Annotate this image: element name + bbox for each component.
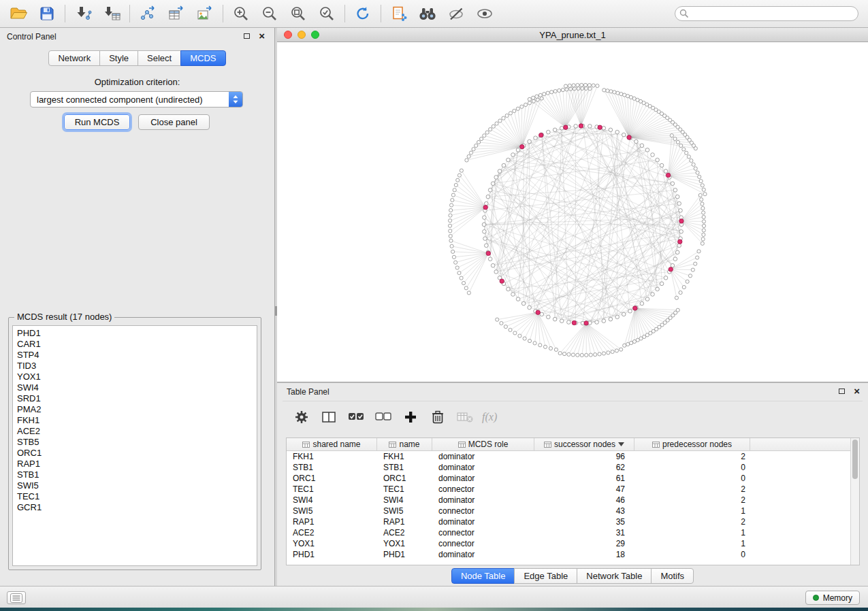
deselect-all-button[interactable] — [370, 405, 397, 429]
mcds-result-item[interactable]: STB5 — [13, 437, 257, 448]
zoom-in-button[interactable] — [227, 2, 255, 25]
function-builder-button[interactable]: f(x) — [479, 405, 506, 429]
mcds-result-item[interactable]: STP4 — [13, 350, 257, 361]
status-bar: Memory — [0, 586, 868, 608]
table-cell: dominator — [432, 549, 534, 560]
export-network-button[interactable] — [133, 2, 162, 25]
export-network-icon — [139, 5, 157, 22]
mcds-result-item[interactable]: PHD1 — [13, 328, 257, 339]
mcds-result-item[interactable]: SRD1 — [13, 393, 257, 404]
close-panel-button[interactable]: Close panel — [138, 114, 210, 130]
column-label: shared name — [312, 440, 360, 449]
mcds-result-item[interactable]: FKH1 — [13, 415, 257, 426]
table-cell: PHD1 — [287, 549, 377, 560]
table-cell: 1 — [634, 506, 750, 516]
mcds-result-item[interactable]: TID3 — [13, 361, 257, 371]
delete-column-button[interactable] — [424, 405, 451, 429]
table-cell: dominator — [432, 473, 534, 484]
export-image-button[interactable] — [191, 2, 219, 25]
table-row[interactable]: ORC1ORC1dominator610 — [287, 473, 859, 484]
mcds-result-item[interactable]: STB1 — [13, 469, 257, 480]
toolbar-separator — [223, 5, 223, 22]
control-panel-header: Control Panel × — [0, 28, 274, 44]
hide-graphics-button[interactable] — [442, 2, 470, 25]
table-row[interactable]: FKH1FKH1dominator962 — [287, 451, 859, 462]
network-canvas[interactable] — [277, 42, 868, 382]
delete-table-button[interactable] — [451, 405, 479, 429]
export-table-button[interactable] — [162, 2, 191, 25]
zoom-selected-button[interactable] — [312, 2, 341, 25]
optimization-criterion-select[interactable]: largest connected component (undirected) — [30, 91, 243, 108]
table-row[interactable]: SWI4SWI4dominator462 — [287, 495, 859, 506]
trash-icon — [431, 410, 445, 425]
tab-select[interactable]: Select — [138, 50, 181, 66]
table-cell: YOX1 — [377, 538, 432, 549]
table-cell: 62 — [534, 462, 634, 473]
table-cell: YOX1 — [287, 538, 377, 549]
import-table-button[interactable] — [97, 2, 126, 25]
float-panel-icon[interactable] — [244, 33, 250, 39]
table-scrollbar[interactable] — [850, 438, 859, 565]
float-table-panel-icon[interactable] — [839, 389, 845, 394]
tab-style[interactable]: Style — [99, 50, 138, 66]
table-cell: SWI5 — [377, 506, 432, 516]
mcds-result-item[interactable]: ORC1 — [13, 448, 257, 459]
network-window-titlebar: YPA_prune.txt_1 — [277, 28, 868, 42]
tab-motifs[interactable]: Motifs — [651, 568, 694, 584]
close-panel-icon[interactable]: × — [259, 30, 265, 42]
table-cell: 43 — [534, 506, 634, 516]
mcds-result-item[interactable]: CAR1 — [13, 339, 257, 350]
share-document-button[interactable] — [385, 2, 413, 25]
binoculars-button[interactable] — [413, 2, 442, 25]
save-button[interactable] — [33, 2, 61, 25]
table-row[interactable]: ACE2ACE2connector311 — [287, 527, 859, 538]
show-graphics-button[interactable] — [470, 2, 499, 25]
share-document-icon — [391, 5, 407, 22]
mcds-result-item[interactable]: SWI5 — [13, 480, 257, 491]
column-header-name[interactable]: name — [377, 438, 432, 450]
run-mcds-button[interactable]: Run MCDS — [64, 114, 130, 130]
mcds-result-item[interactable]: SWI4 — [13, 382, 257, 393]
memory-button[interactable]: Memory — [805, 591, 860, 605]
network-graph-svg — [277, 42, 868, 382]
table-row[interactable]: RAP1RAP1dominator352 — [287, 516, 859, 527]
mcds-result-item[interactable]: YOX1 — [13, 371, 257, 382]
column-header-successor-nodes[interactable]: successor nodes — [534, 438, 634, 450]
table-row[interactable]: STB1STB1dominator620 — [287, 462, 859, 473]
panel-toggle-button[interactable] — [7, 591, 26, 604]
column-header-mcds-role[interactable]: MCDS role — [432, 438, 534, 450]
column-header-shared-name[interactable]: shared name — [287, 438, 377, 450]
show-columns-button[interactable] — [315, 405, 342, 429]
table-row[interactable]: SWI5SWI5connector431 — [287, 506, 859, 516]
table-row[interactable]: PHD1PHD1dominator180 — [287, 549, 859, 560]
search-input[interactable] — [675, 6, 858, 21]
mcds-result-item[interactable]: GCR1 — [13, 502, 257, 513]
mcds-result-item[interactable]: RAP1 — [13, 459, 257, 469]
zoom-fit-button[interactable] — [284, 2, 312, 25]
tab-mcds[interactable]: MCDS — [180, 50, 225, 66]
mcds-result-item[interactable]: TEC1 — [13, 491, 257, 502]
table-settings-button[interactable] — [288, 405, 315, 429]
tab-edge-table[interactable]: Edge Table — [514, 568, 577, 584]
table-row[interactable]: YOX1YOX1connector291 — [287, 538, 859, 549]
table-row[interactable]: TEC1TEC1connector472 — [287, 484, 859, 495]
import-network-button[interactable] — [69, 2, 97, 25]
node-table-body: FKH1FKH1dominator962STB1STB1dominator620… — [287, 451, 859, 560]
add-column-button[interactable] — [397, 405, 424, 429]
control-panel: Control Panel × Network Style Select MCD… — [0, 28, 275, 586]
search-box[interactable] — [675, 6, 858, 21]
table-cell: connector — [432, 484, 534, 495]
tab-network[interactable]: Network — [48, 50, 100, 66]
zoom-out-button[interactable] — [255, 2, 284, 25]
mcds-result-item[interactable]: PMA2 — [13, 404, 257, 415]
close-table-panel-icon[interactable]: × — [854, 385, 860, 397]
refresh-button[interactable] — [349, 2, 377, 25]
open-file-button[interactable] — [4, 2, 33, 25]
tab-network-table[interactable]: Network Table — [577, 568, 652, 584]
select-all-button[interactable] — [342, 405, 370, 429]
mcds-result-item[interactable]: ACE2 — [13, 426, 257, 437]
scrollbar-thumb[interactable] — [852, 440, 858, 479]
column-header-predecessor-nodes[interactable]: predecessor nodes — [634, 438, 750, 450]
tab-node-table[interactable]: Node Table — [451, 568, 515, 584]
network-window-title: YPA_prune.txt_1 — [277, 30, 868, 40]
